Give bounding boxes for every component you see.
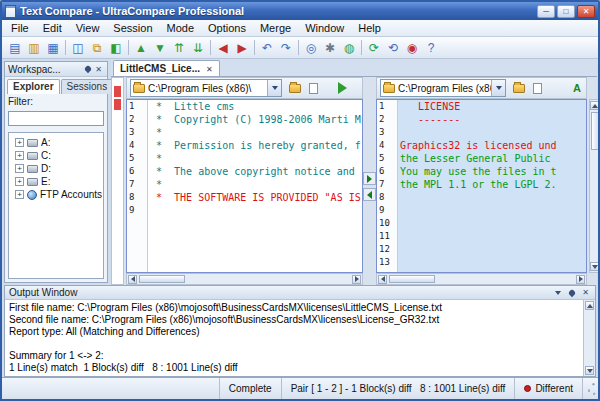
line-text — [397, 230, 586, 243]
toolbar-separator[interactable] — [252, 39, 257, 57]
right-path-dropdown[interactable]: C:\Program Files (x86)\ — [380, 79, 506, 97]
close-panel-icon[interactable] — [93, 64, 104, 75]
menu-item[interactable]: Edit — [36, 21, 69, 35]
tree-item[interactable]: D: — [11, 162, 101, 175]
output-scrollbar[interactable] — [583, 300, 595, 376]
line-number: 3 — [377, 126, 397, 139]
expand-icon[interactable] — [15, 164, 24, 173]
next-difference-icon[interactable]: ▼ — [151, 39, 169, 57]
pin-icon[interactable] — [82, 64, 93, 75]
text-compare-icon[interactable]: ◫ — [69, 39, 87, 57]
sync-icon[interactable]: ⟳ — [365, 39, 383, 57]
scroll-up-icon[interactable] — [590, 101, 599, 110]
menu-item[interactable]: Merge — [253, 21, 298, 35]
status-complete: Complete — [219, 378, 281, 399]
open-file-button[interactable] — [529, 80, 546, 97]
run-compare-button[interactable] — [335, 81, 349, 95]
open-file-button[interactable] — [305, 80, 322, 97]
expand-icon[interactable] — [15, 190, 24, 199]
folder-compare-icon[interactable]: ⧉ — [88, 39, 106, 57]
scroll-left-icon[interactable] — [378, 275, 387, 284]
save-session-icon[interactable]: ▦ — [44, 39, 62, 57]
menu-item[interactable]: View — [69, 21, 107, 35]
minimize-button[interactable]: ─ — [537, 5, 555, 18]
right-horizontal-scrollbar[interactable] — [376, 273, 587, 285]
menu-item[interactable]: Mode — [160, 21, 202, 35]
line-text: * — [147, 126, 362, 139]
expand-icon[interactable] — [15, 177, 24, 186]
merge-mode-icon[interactable]: ◧ — [107, 39, 125, 57]
find-icon[interactable]: ◎ — [302, 39, 320, 57]
last-difference-icon[interactable]: ⇊ — [189, 39, 207, 57]
output-line: First file name: C:\Program Files (x86)\… — [9, 302, 579, 314]
scroll-left-icon[interactable] — [128, 275, 137, 284]
chevron-down-icon[interactable] — [552, 287, 563, 298]
redo-icon[interactable]: ↷ — [277, 39, 295, 57]
toolbar-separator[interactable] — [359, 39, 364, 57]
line-text: * Permission is hereby granted, f — [147, 139, 362, 152]
refresh-icon[interactable]: ⟲ — [384, 39, 402, 57]
output-content[interactable]: First file name: C:\Program Files (x86)\… — [5, 300, 583, 376]
format-view-button[interactable]: A — [573, 82, 583, 94]
merge-gutter — [363, 77, 376, 285]
close-button[interactable]: ✕ — [577, 5, 595, 18]
right-file-content[interactable]: 1 LICENSE 2 ------- 3 — [376, 99, 587, 273]
copy-block-left-button[interactable] — [363, 188, 376, 201]
expand-icon[interactable] — [15, 138, 24, 147]
toolbar-separator[interactable] — [296, 39, 301, 57]
undo-icon[interactable]: ↶ — [258, 39, 276, 57]
toolbar-separator[interactable] — [63, 39, 68, 57]
tree-item[interactable]: A: — [11, 136, 101, 149]
dropdown-arrow-icon[interactable] — [491, 80, 505, 96]
left-file-content[interactable]: 1 * Little cms 2 * Copyright (C) 1998-20… — [126, 99, 363, 273]
browse-folder-button[interactable] — [509, 80, 526, 97]
left-path-dropdown[interactable]: C:\Program Files (x86)\ — [130, 79, 282, 97]
pin-icon[interactable] — [566, 287, 577, 298]
tree-item[interactable]: E: — [11, 175, 101, 188]
toolbar-separator[interactable] — [126, 39, 131, 57]
tab-close-icon[interactable] — [206, 63, 213, 74]
open-document-icon[interactable]: ▥ — [25, 39, 43, 57]
tree-item[interactable]: C: — [11, 149, 101, 162]
scroll-right-icon[interactable] — [576, 275, 585, 284]
scroll-right-icon[interactable] — [352, 275, 361, 284]
vertical-scrollbar[interactable] — [589, 99, 600, 273]
web-help-icon[interactable]: ◍ — [340, 39, 358, 57]
toolbar-separator[interactable] — [208, 39, 213, 57]
new-document-icon[interactable]: ▤ — [6, 39, 24, 57]
stop-icon[interactable]: ◉ — [403, 39, 421, 57]
document-tab[interactable]: LittleCMS_Lice... — [113, 60, 220, 76]
previous-difference-icon[interactable]: ▲ — [132, 39, 150, 57]
status-bar: Complete Pair [ 1 - 2 ] - 1 Block(s) dif… — [2, 377, 598, 399]
scrollbar-thumb[interactable] — [591, 112, 600, 150]
scrollbar-thumb[interactable] — [389, 275, 435, 283]
diff-map-strip[interactable] — [111, 77, 124, 285]
expand-icon[interactable] — [15, 151, 24, 160]
options-icon[interactable]: ✱ — [321, 39, 339, 57]
menu-item[interactable]: Window — [298, 21, 351, 35]
scroll-down-icon[interactable] — [590, 262, 599, 271]
menu-item[interactable]: File — [4, 21, 36, 35]
close-panel-icon[interactable] — [580, 287, 591, 298]
menu-item[interactable]: Session — [106, 21, 159, 35]
help-icon[interactable]: ? — [422, 39, 440, 57]
browse-folder-button[interactable] — [285, 80, 302, 97]
workspace-tab[interactable]: Sessions — [61, 79, 114, 94]
first-difference-icon[interactable]: ⇈ — [170, 39, 188, 57]
maximize-button[interactable]: □ — [557, 5, 575, 18]
scroll-down-icon[interactable] — [585, 366, 594, 375]
left-horizontal-scrollbar[interactable] — [126, 273, 363, 285]
copy-to-right-icon[interactable]: ▶ — [233, 39, 251, 57]
resize-grip[interactable] — [582, 378, 598, 399]
menu-item[interactable]: Options — [201, 21, 253, 35]
scrollbar-thumb[interactable] — [139, 275, 185, 283]
scroll-up-icon[interactable] — [585, 301, 594, 310]
dropdown-arrow-icon[interactable] — [267, 80, 281, 96]
copy-to-left-icon[interactable]: ◀ — [214, 39, 232, 57]
filter-input[interactable] — [8, 111, 104, 126]
menu-item[interactable]: Help — [351, 21, 388, 35]
line-text — [397, 217, 586, 230]
copy-block-right-button[interactable] — [363, 172, 376, 185]
tree-item[interactable]: FTP Accounts — [11, 188, 101, 201]
workspace-tab[interactable]: Explorer — [7, 79, 60, 94]
